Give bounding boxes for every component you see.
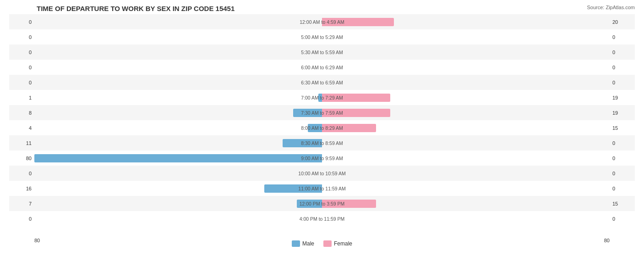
chart-area: 012:00 AM to 4:59 AM2005:00 AM to 5:29 A…: [9, 14, 635, 237]
male-bar: [297, 200, 322, 208]
male-bar: [283, 139, 322, 147]
left-value: 1: [9, 95, 34, 100]
left-value: 0: [9, 80, 34, 85]
male-bar: [34, 154, 322, 162]
legend-female-label: Female: [334, 240, 352, 247]
right-value: 15: [610, 125, 635, 131]
bars-wrapper: 6:30 AM to 6:59 AM: [34, 75, 610, 90]
bar-row: 48:00 AM to 8:29 AM15: [9, 120, 635, 135]
female-bar: [322, 200, 376, 208]
time-label: 10:00 AM to 10:59 AM: [298, 171, 345, 176]
male-bar-container: [264, 184, 322, 193]
right-value: 0: [610, 50, 635, 55]
bars-wrapper: 6:00 AM to 6:29 AM: [34, 60, 610, 75]
left-value: 11: [9, 140, 34, 146]
time-label: 4:00 PM to 11:59 PM: [300, 216, 345, 222]
bars-wrapper: 11:00 AM to 11:59 AM: [34, 181, 610, 196]
bar-row: 17:00 AM to 7:29 AM19: [9, 90, 635, 105]
female-bar-container: [322, 94, 390, 102]
bars-wrapper: 5:30 AM to 5:59 AM: [34, 45, 610, 60]
left-value: 0: [9, 216, 34, 222]
right-value: 20: [610, 19, 635, 25]
male-bar-container: [308, 124, 322, 132]
female-bar-container: [322, 200, 376, 208]
bottom-axis: 80 Male Female 80: [9, 238, 635, 247]
female-bar-container: [322, 124, 376, 132]
legend-female: Female: [323, 240, 352, 247]
male-bar-container: [297, 200, 322, 208]
bar-row: 05:00 AM to 5:29 AM0: [9, 29, 635, 45]
right-value: 0: [610, 34, 635, 40]
bars-wrapper: 8:30 AM to 8:59 AM: [34, 135, 610, 150]
right-value: 0: [610, 216, 635, 222]
left-value: 0: [9, 19, 34, 25]
legend-male-box: [292, 240, 300, 247]
chart-container: TIME OF DEPARTURE TO WORK BY SEX IN ZIP …: [0, 0, 644, 273]
legend: Male Female: [292, 240, 352, 247]
male-bar: [318, 94, 322, 102]
bar-row: 06:00 AM to 6:29 AM0: [9, 60, 635, 75]
axis-right-label: 80: [604, 238, 610, 247]
left-value: 16: [9, 186, 34, 191]
female-bar: [322, 109, 390, 117]
male-bar-container: [318, 94, 322, 102]
axis-left-label: 80: [34, 238, 40, 247]
time-label: 6:00 AM to 6:29 AM: [301, 65, 343, 70]
right-value: 19: [610, 110, 635, 116]
bar-row: 87:30 AM to 7:59 AM19: [9, 105, 635, 120]
bar-row: 118:30 AM to 8:59 AM0: [9, 135, 635, 150]
chart-title: TIME OF DEPARTURE TO WORK BY SEX IN ZIP …: [9, 5, 635, 12]
bar-row: 809:00 AM to 9:59 AM0: [9, 150, 635, 166]
bar-row: 012:00 AM to 4:59 AM20: [9, 14, 635, 29]
bars-wrapper: 7:00 AM to 7:29 AM: [34, 90, 610, 105]
right-value: 19: [610, 95, 635, 100]
source-text: Source: ZipAtlas.com: [587, 5, 635, 10]
right-value: 0: [610, 80, 635, 85]
bars-wrapper: 12:00 AM to 4:59 AM: [34, 14, 610, 29]
legend-male-label: Male: [302, 240, 314, 247]
time-label: 5:30 AM to 5:59 AM: [301, 50, 343, 55]
time-label: 5:00 AM to 5:29 AM: [301, 34, 343, 40]
left-value: 7: [9, 201, 34, 206]
right-value: 0: [610, 65, 635, 70]
bars-wrapper: 12:00 PM to 3:59 PM: [34, 196, 610, 211]
left-value: 0: [9, 50, 34, 55]
male-bar: [293, 109, 322, 117]
bars-wrapper: 7:30 AM to 7:59 AM: [34, 105, 610, 120]
legend-male: Male: [292, 240, 314, 247]
bars-wrapper: 8:00 AM to 8:29 AM: [34, 120, 610, 135]
bar-row: 04:00 PM to 11:59 PM0: [9, 211, 635, 226]
legend-female-box: [323, 240, 332, 247]
right-value: 0: [610, 186, 635, 191]
left-value: 0: [9, 171, 34, 176]
bars-wrapper: 4:00 PM to 11:59 PM: [34, 211, 610, 226]
bar-row: 010:00 AM to 10:59 AM0: [9, 166, 635, 181]
right-value: 15: [610, 201, 635, 206]
right-value: 0: [610, 156, 635, 161]
female-bar: [322, 94, 390, 102]
right-value: 0: [610, 140, 635, 146]
bars-wrapper: 10:00 AM to 10:59 AM: [34, 166, 610, 181]
left-value: 4: [9, 125, 34, 131]
male-bar-container: [293, 109, 322, 117]
female-bar-container: [322, 18, 394, 26]
bars-wrapper: 9:00 AM to 9:59 AM: [34, 150, 610, 166]
bar-row: 712:00 PM to 3:59 PM15: [9, 196, 635, 211]
male-bar: [264, 184, 322, 193]
bars-wrapper: 5:00 AM to 5:29 AM: [34, 29, 610, 45]
left-value: 8: [9, 110, 34, 116]
female-bar: [322, 18, 394, 26]
male-bar-container: [34, 154, 322, 162]
bar-row: 06:30 AM to 6:59 AM0: [9, 75, 635, 90]
right-value: 0: [610, 171, 635, 176]
time-label: 6:30 AM to 6:59 AM: [301, 80, 343, 85]
left-value: 0: [9, 65, 34, 70]
left-value: 80: [9, 156, 34, 161]
male-bar-container: [283, 139, 322, 147]
female-bar-container: [322, 109, 390, 117]
female-bar: [322, 124, 376, 132]
bar-row: 05:30 AM to 5:59 AM0: [9, 45, 635, 60]
male-bar: [308, 124, 322, 132]
left-value: 0: [9, 34, 34, 40]
bar-row: 1611:00 AM to 11:59 AM0: [9, 181, 635, 196]
